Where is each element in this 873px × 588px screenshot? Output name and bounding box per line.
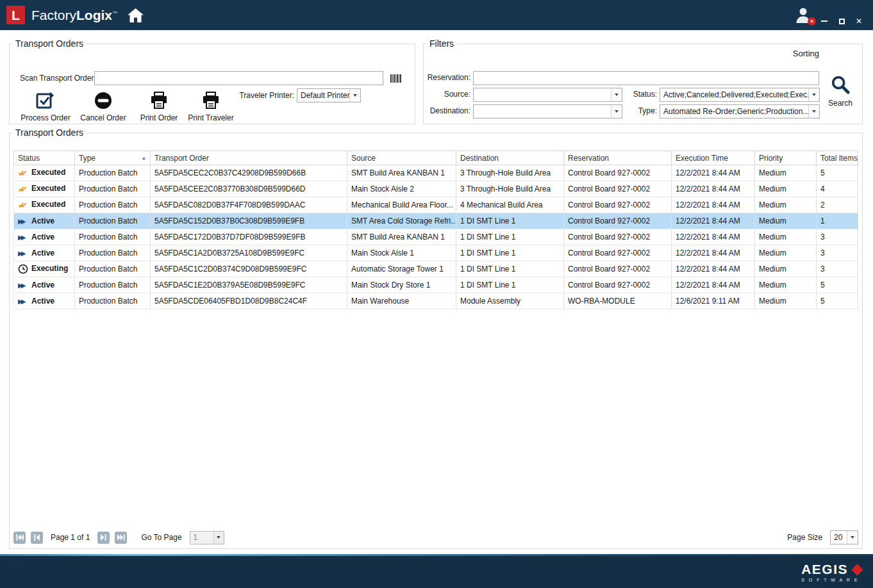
close-button[interactable]: ✕ bbox=[855, 17, 863, 25]
first-page-button[interactable] bbox=[13, 532, 26, 544]
active-arrows-icon: ▶▶ bbox=[18, 298, 31, 305]
cell-total-items: 3 bbox=[817, 229, 858, 245]
goto-page-dropdown-button[interactable] bbox=[213, 532, 224, 544]
column-header-execution-time[interactable]: Execution Time bbox=[672, 151, 755, 165]
cancel-order-label: Cancel Order bbox=[75, 113, 131, 122]
cell-priority: Medium bbox=[755, 277, 817, 293]
cell-execution-time: 12/2/2021 8:44 AM bbox=[672, 181, 755, 197]
goto-page-input[interactable] bbox=[190, 532, 213, 544]
cell-total-items: 2 bbox=[817, 197, 858, 213]
status-label: Status: bbox=[628, 90, 657, 99]
filters-panel-title: Filters bbox=[426, 38, 457, 49]
cell-type: Production Batch bbox=[75, 245, 151, 261]
table-row[interactable]: ✔ExecutedProduction Batch5A5FDA5C082D0B3… bbox=[14, 197, 858, 213]
column-header-priority[interactable]: Priority bbox=[755, 151, 817, 165]
cell-status: ▶▶Active bbox=[14, 293, 75, 309]
table-row[interactable]: ✔ExecutedProduction Batch5A5FDA5CEE2C0B3… bbox=[14, 181, 858, 197]
destination-select[interactable] bbox=[473, 104, 622, 118]
cell-execution-time: 12/2/2021 8:44 AM bbox=[672, 229, 755, 245]
cell-total-items: 4 bbox=[817, 181, 858, 197]
cell-reservation: Control Board 927-0002 bbox=[564, 197, 672, 213]
user-status-icon[interactable]: ✕ bbox=[795, 7, 813, 24]
cell-priority: Medium bbox=[755, 165, 817, 181]
traveler-printer-select[interactable]: Default Printer bbox=[297, 88, 361, 102]
column-header-status[interactable]: Status bbox=[14, 151, 75, 165]
minimize-icon bbox=[821, 20, 827, 22]
cell-total-items: 5 bbox=[817, 277, 858, 293]
process-order-icon bbox=[17, 90, 74, 111]
search-button[interactable]: Search bbox=[824, 74, 857, 108]
app-window: L FactoryLogix™ ✕ ✕ Transport Orders Sca… bbox=[0, 0, 873, 588]
table-row[interactable]: ✔ExecutedProduction Batch5A5FDA5CEC2C0B3… bbox=[14, 165, 858, 181]
executed-check-icon: ✔ bbox=[18, 184, 31, 194]
cell-source: Main Warehouse bbox=[347, 293, 456, 309]
source-label: Source: bbox=[424, 90, 470, 99]
chevron-down-icon bbox=[812, 94, 816, 96]
executed-check-icon: ✔ bbox=[18, 200, 31, 210]
home-icon[interactable] bbox=[128, 8, 144, 22]
column-header-transport-order[interactable]: Transport Order bbox=[151, 151, 347, 165]
column-header-type[interactable]: Type▲ bbox=[75, 151, 151, 165]
cell-source: SMT Area Cold Storage Refri... bbox=[347, 213, 456, 229]
last-page-icon bbox=[117, 534, 125, 541]
scan-transport-order-input[interactable] bbox=[94, 71, 383, 85]
cell-transport-order: 5A5FDA5C1C2D0B374C9D08D9B599E9FC bbox=[151, 261, 347, 277]
status-value: Active;Canceled;Delivered;Executed;Exec.… bbox=[660, 88, 808, 101]
maximize-button[interactable] bbox=[838, 17, 845, 25]
table-row[interactable]: ▶▶ActiveProduction Batch5A5FDA5C152D0B37… bbox=[14, 213, 858, 229]
last-page-button[interactable] bbox=[115, 532, 127, 544]
table-row[interactable]: ▶▶ActiveProduction Batch5A5FDA5C1E2D0B37… bbox=[14, 277, 858, 293]
table-row[interactable]: ▶▶ActiveProduction Batch5A5FDA5C172D0B37… bbox=[14, 229, 858, 245]
barcode-icon bbox=[390, 74, 401, 85]
cell-status: ▶▶Active bbox=[14, 229, 75, 245]
type-select[interactable]: Automated Re-Order;Generic;Production... bbox=[660, 104, 820, 118]
cell-reservation: Control Board 927-0002 bbox=[564, 277, 672, 293]
search-label: Search bbox=[824, 99, 857, 108]
column-header-total-items[interactable]: Total Items bbox=[817, 151, 858, 165]
logo-logix-text: Logix bbox=[76, 8, 112, 22]
column-header-source[interactable]: Source bbox=[347, 151, 456, 165]
cell-source: Automatic Storage Tower 1 bbox=[347, 261, 456, 277]
print-traveler-button[interactable]: Print Traveler bbox=[183, 90, 239, 122]
cell-type: Production Batch bbox=[75, 261, 151, 277]
print-order-button[interactable]: Print Order bbox=[131, 90, 187, 122]
column-header-reservation[interactable]: Reservation bbox=[564, 151, 672, 165]
cell-source: Main Stock Aisle 1 bbox=[347, 245, 456, 261]
table-row[interactable]: ▶▶ActiveProduction Batch5A5FDA5CDE06405F… bbox=[14, 293, 858, 309]
reservation-input[interactable] bbox=[473, 71, 819, 85]
column-header-destination[interactable]: Destination bbox=[456, 151, 564, 165]
cell-reservation: Control Board 927-0002 bbox=[564, 245, 672, 261]
scan-transport-order-label: Scan Transport Order: bbox=[20, 74, 96, 83]
pager-controls: Page 1 of 1 Go To Page bbox=[13, 531, 224, 544]
next-page-button[interactable] bbox=[97, 532, 110, 544]
status-select[interactable]: Active;Canceled;Delivered;Executed;Exec.… bbox=[660, 88, 820, 102]
page-size-controls: Page Size 20 bbox=[785, 530, 858, 544]
page-size-select[interactable]: 20 bbox=[830, 530, 858, 544]
cell-destination: Module Assembly bbox=[456, 293, 564, 309]
cell-priority: Medium bbox=[755, 213, 817, 229]
cell-status: ✔Executed bbox=[14, 197, 75, 213]
next-page-icon bbox=[101, 534, 106, 541]
cell-destination: 3 Through-Hole Build Area bbox=[456, 165, 564, 181]
transport-orders-panel: Transport Orders Scan Transport Order: P… bbox=[9, 38, 415, 124]
source-select[interactable] bbox=[473, 88, 622, 102]
top-panels-row: Transport Orders Scan Transport Order: P… bbox=[9, 38, 863, 124]
sorting-label[interactable]: Sorting bbox=[790, 49, 822, 59]
destination-label: Destination: bbox=[424, 106, 470, 115]
previous-page-button[interactable] bbox=[31, 532, 43, 544]
process-order-button[interactable]: Process Order bbox=[17, 90, 74, 122]
cancel-order-button[interactable]: Cancel Order bbox=[75, 90, 131, 122]
table-row[interactable]: ▶▶ActiveProduction Batch5A5FDA5C1A2D0B37… bbox=[14, 245, 858, 261]
source-value bbox=[474, 88, 611, 101]
cell-type: Production Batch bbox=[75, 181, 151, 197]
cell-reservation: Control Board 927-0002 bbox=[564, 229, 672, 245]
cell-priority: Medium bbox=[755, 197, 817, 213]
minimize-button[interactable] bbox=[820, 17, 828, 25]
cell-reservation: Control Board 927-0002 bbox=[564, 165, 672, 181]
logo-trademark: ™ bbox=[112, 10, 117, 16]
chevron-down-icon bbox=[353, 94, 357, 97]
app-logo: L FactoryLogix™ bbox=[6, 6, 144, 24]
chevron-down-icon bbox=[615, 94, 619, 96]
table-row[interactable]: ExecutingProduction Batch5A5FDA5C1C2D0B3… bbox=[14, 261, 858, 277]
traveler-printer-dropdown-button bbox=[349, 89, 360, 102]
